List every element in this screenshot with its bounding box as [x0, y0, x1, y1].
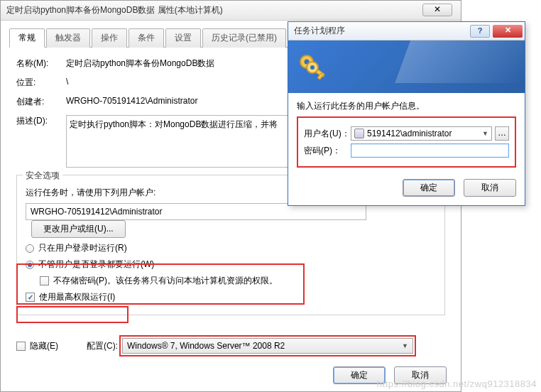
window-title: 定时启动python脚本备份MongoDB数据 属性(本地计算机) [6, 4, 223, 16]
password-label: 密码(P)： [304, 145, 351, 157]
name-label: 名称(M): [16, 58, 66, 70]
svg-point-5 [310, 65, 315, 70]
tab-general[interactable]: 常规 [9, 28, 45, 48]
bottom-options: 隐藏(E) 配置(C): Windows® 7, Windows Server™… [1, 335, 461, 356]
cred-close-button[interactable]: ✕ [493, 25, 523, 38]
radio-logged-on[interactable] [26, 244, 34, 253]
cancel-button[interactable]: 取消 [394, 366, 447, 384]
username-dropdown[interactable]: 5191412\administrator ▼ [351, 126, 492, 141]
config-highlight: Windows® 7, Windows Server™ 2008 R2 ▼ [119, 335, 416, 356]
location-label: 位置: [16, 77, 66, 89]
cred-cancel-button[interactable]: 取消 [464, 179, 516, 197]
user-icon [354, 129, 364, 138]
tab-conditions[interactable]: 条件 [129, 28, 164, 48]
username-label: 用户名(U)： [304, 128, 351, 140]
config-dropdown[interactable]: Windows® 7, Windows Server™ 2008 R2 ▼ [122, 338, 413, 354]
tab-settings[interactable]: 设置 [165, 28, 201, 48]
cred-ok-button[interactable]: 确定 [403, 179, 455, 197]
checkbox-highest-privileges[interactable] [26, 293, 35, 302]
browse-user-button[interactable]: … [495, 126, 509, 141]
account-row: WRGHO-705191412\Administrator 更改用户或组(U).… [26, 203, 436, 238]
cred-button-bar: 确定 取消 [297, 179, 516, 197]
config-label: 配置(C): [87, 340, 118, 352]
cred-fields-highlight: 用户名(U)： 5191412\administrator ▼ … 密码(P)： [297, 116, 516, 168]
window-close-button[interactable]: ✕ [422, 4, 452, 16]
change-user-button[interactable]: 更改用户或组(U)... [31, 220, 126, 238]
main-button-bar: 确定 取消 [333, 366, 447, 384]
password-input[interactable] [351, 143, 509, 158]
checkbox-hidden[interactable] [16, 342, 26, 351]
cred-banner [288, 40, 525, 93]
security-legend: 安全选项 [23, 170, 62, 182]
chevron-down-icon: ▼ [482, 130, 488, 137]
hidden-label: 隐藏(E) [30, 340, 58, 352]
cred-instruction: 输入运行此任务的用户帐户信息。 [297, 100, 516, 112]
checkbox-highest-privileges-label: 使用最高权限运行(I) [39, 291, 115, 303]
main-titlebar: 定时启动python脚本备份MongoDB数据 属性(本地计算机) ✕ [1, 1, 461, 21]
ok-button[interactable]: 确定 [333, 366, 386, 384]
keys-icon [297, 52, 332, 83]
credentials-dialog: 任务计划程序 ? ✕ 输入运行此任务的用户帐户信息。 用户名(U)： [288, 21, 525, 206]
description-label: 描述(D): [16, 115, 66, 127]
cred-title: 任务计划程序 [294, 25, 345, 37]
radio-logged-on-label: 只在用户登录时运行(R) [38, 242, 127, 254]
author-label: 创建者: [16, 96, 66, 108]
checkbox-no-password[interactable] [40, 276, 49, 285]
cred-titlebar: 任务计划程序 ? ✕ [288, 22, 525, 40]
help-button[interactable]: ? [470, 25, 490, 38]
no-password-row[interactable]: 不存储密码(P)。该任务将只有访问本地计算机资源的权限。 [40, 275, 436, 287]
chevron-down-icon: ▼ [402, 342, 408, 349]
tab-history[interactable]: 历史记录(已禁用) [202, 28, 286, 48]
cred-body: 输入运行此任务的用户帐户信息。 用户名(U)： 5191412\administ… [288, 93, 525, 205]
radio-run-always[interactable] [26, 261, 34, 269]
highest-priv-row[interactable]: 使用最高权限运行(I) [26, 291, 436, 303]
radio-logged-on-row[interactable]: 只在用户登录时运行(R) [26, 242, 436, 254]
radio-run-always-label: 不管用户是否登录都要运行(W) [38, 258, 154, 271]
username-value: 5191412\administrator [367, 129, 452, 138]
checkbox-no-password-label: 不存储密码(P)。该任务将只有访问本地计算机资源的权限。 [53, 275, 278, 287]
config-value: Windows® 7, Windows Server™ 2008 R2 [127, 341, 285, 351]
radio-any-row[interactable]: 不管用户是否登录都要运行(W) [26, 258, 436, 271]
tab-triggers[interactable]: 触发器 [46, 28, 90, 48]
tab-actions[interactable]: 操作 [92, 28, 127, 48]
